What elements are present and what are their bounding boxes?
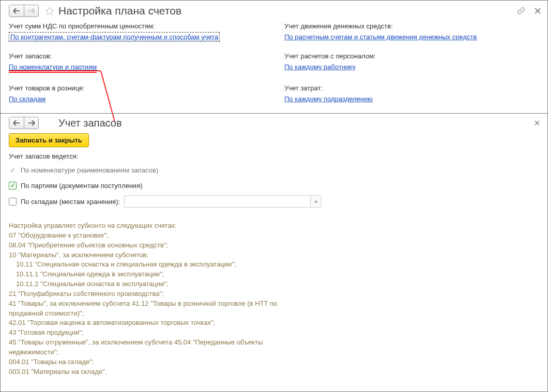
desc-line: 10.11 "Специальная оснастка и специальна… [9,260,282,270]
setting-staff-link[interactable]: По каждому работнику [284,63,356,71]
warehouse-select: ▾ [124,195,322,208]
setting-stock-label: Учет запасов: [9,52,264,60]
sub-window: Учет запасов Записать и закрыть Учет зап… [1,113,547,391]
description-text: Настройка управляет субконто на следующи… [1,217,290,381]
check-icon: ✓ [10,182,16,189]
sub-close-button[interactable] [533,119,541,127]
desc-line: 21 "Полуфабрикаты собственного производс… [9,290,164,297]
option-warehouses-label: По складам (местам хранения): [21,198,120,206]
desc-line: 41 "Товары", за исключением субсчета 41.… [9,300,277,317]
link-icon[interactable] [516,6,526,15]
option-batches-label: По партиям (документам поступления) [21,182,143,190]
desc-line: 07 "Оборудование к установке"; [9,231,109,239]
setting-retail: Учет товаров в рознице: По складам [9,84,264,103]
setting-nds: Учет сумм НДС по приобретенным ценностям… [9,22,264,41]
setting-stock-link[interactable]: По номенклатуре и партиям [9,63,97,71]
check-icon: ✓ [10,166,16,174]
setting-nds-label: Учет сумм НДС по приобретенным ценностям… [9,22,264,30]
close-icon [535,120,540,126]
action-bar: Записать и закрыть [1,130,547,152]
option-batches-row: ✓ По партиям (документам поступления) [9,180,539,191]
setting-retail-link[interactable]: По складам [9,95,45,103]
favorite-star-icon[interactable] [44,5,55,17]
desc-line: 004.01 "Товары на складе"; [9,358,94,366]
accounting-label: Учет запасов ведется: [9,152,539,160]
chevron-down-icon: ▾ [315,199,317,205]
setting-costs: Учет затрат: По каждому подразделению [284,84,539,103]
desc-line: 10 "Материалы", за исключением субсчетов… [9,251,148,259]
setting-money-label: Учет движения денежных средств: [284,22,539,30]
save-and-close-button[interactable]: Записать и закрыть [9,133,89,147]
form-area: Учет запасов ведется: ✓ По номенклатуре … [1,152,547,217]
setting-staff-label: Учет расчетов с персоналом: [284,52,539,60]
desc-intro: Настройка управляет субконто на следующи… [9,222,177,229]
close-main-button[interactable] [533,6,542,15]
desc-line: 45 "Товары отгруженные", за исключением … [9,338,263,356]
desc-line: 42.01 "Торговая наценка в автоматизирова… [9,319,215,326]
setting-money-link[interactable]: По расчетным счетам и статьям движения д… [284,33,477,41]
nav-back-button[interactable] [9,5,24,17]
option-batches-checkbox[interactable]: ✓ [9,182,17,190]
option-nomenclature-label: По номенклатуре (наименованиям запасов) [21,166,158,174]
setting-money: Учет движения денежных средств: По расче… [284,22,539,41]
desc-line: 10.11.2 "Специальная оснастка в эксплуат… [9,279,282,289]
arrow-right-icon [28,8,35,13]
sub-nav-back-button[interactable] [9,117,24,129]
desc-line: 003.01 "Материалы на складе". [9,368,106,375]
warehouse-select-input[interactable] [124,195,310,208]
close-icon [535,8,541,14]
sub-header: Учет запасов [1,114,547,130]
setting-stock: Учет запасов: По номенклатуре и партиям [9,52,264,73]
desc-line: 08.04 "Приобретение объектов основных ср… [9,241,168,249]
warehouse-select-dropdown[interactable]: ▾ [310,195,322,208]
page-title: Настройка плана счетов [58,5,181,17]
setting-costs-label: Учет затрат: [284,84,539,92]
setting-costs-link[interactable]: По каждому подразделению [284,95,373,103]
setting-nds-link[interactable]: По контрагентам, счетам-фактурам получен… [9,32,220,42]
nav-forward-button[interactable] [24,5,38,17]
main-header: Настройка плана счетов [1,1,547,19]
setting-retail-label: Учет товаров в рознице: [9,84,264,92]
option-nomenclature-row: ✓ По номенклатуре (наименованиям запасов… [9,164,539,176]
settings-grid: Учет сумм НДС по приобретенным ценностям… [1,19,547,113]
desc-line: 10.11.1 "Специальная одежда в эксплуатац… [9,270,282,279]
option-warehouses-checkbox[interactable] [9,198,17,206]
arrow-left-icon [13,8,20,13]
option-warehouses-row: По складам (местам хранения): ▾ [9,195,539,208]
arrow-right-icon [28,120,35,126]
desc-line: 43 "Готовая продукция"; [9,328,83,336]
setting-staff: Учет расчетов с персоналом: По каждому р… [284,52,539,73]
nav-buttons [9,5,39,17]
sub-nav-forward-button[interactable] [24,117,38,129]
sub-window-title: Учет запасов [58,117,122,129]
sub-nav-buttons [9,117,39,129]
arrow-left-icon [13,120,20,126]
